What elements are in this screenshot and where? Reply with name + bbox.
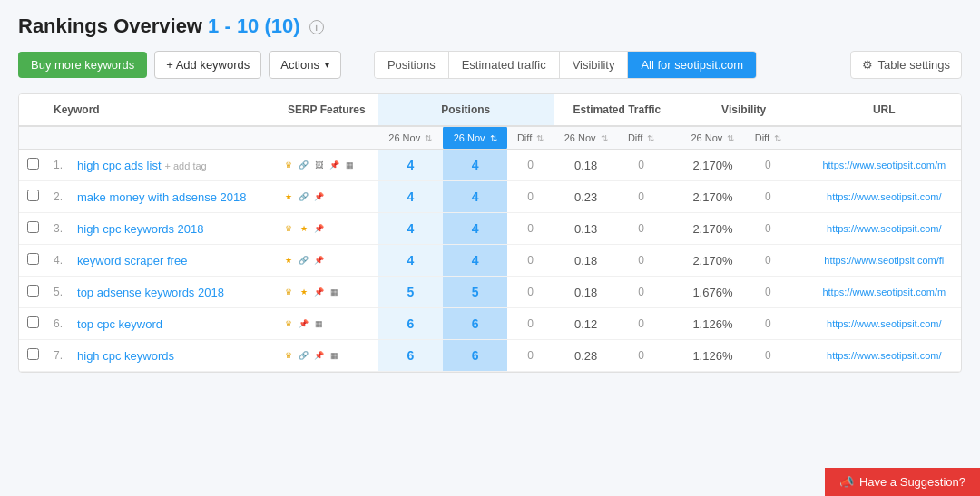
row-checkbox-cell <box>19 245 46 277</box>
link-icon: 🔗 <box>298 159 310 171</box>
traffic-date1-cell: 0.28 <box>554 340 618 372</box>
visibility-diff-cell: 0 <box>745 181 791 213</box>
visibility-date1-cell: 1.676% <box>681 277 745 308</box>
add-tag-button[interactable]: + add tag <box>165 160 207 171</box>
pos-diff-cell: 0 <box>507 308 554 340</box>
pos-date2-cell: 4 <box>443 245 507 277</box>
keyword-col-header: Keyword <box>46 94 275 126</box>
buy-more-keywords-button[interactable]: Buy more keywords <box>18 52 147 78</box>
star-icon: ★ <box>298 286 310 298</box>
box-icon: ▦ <box>344 159 357 171</box>
serp-features-cell: ♛★📌 <box>275 213 378 245</box>
table-settings-button[interactable]: ⚙ Table settings <box>850 51 963 79</box>
serp-features-cell: ♛📌▦ <box>275 308 378 340</box>
row-checkbox-cell <box>19 308 46 340</box>
traffic-date1-cell: 0.18 <box>554 245 618 277</box>
pin-icon: 📌 <box>328 159 341 171</box>
row-checkbox[interactable] <box>27 316 39 328</box>
visibility-col-header: Visibility <box>681 94 808 126</box>
box-icon: ▦ <box>313 317 326 330</box>
pos-date2-cell: 6 <box>443 308 507 340</box>
keyword-link[interactable]: high cpc ads list <box>77 159 162 172</box>
actions-button[interactable]: Actions ▾ <box>269 51 341 79</box>
keyword-link[interactable]: high cpc keywords <box>77 349 174 363</box>
sort-icon: ⇅ <box>727 133 734 143</box>
toolbar: Buy more keywords + Add keywords Actions… <box>18 51 962 79</box>
visibility-date1-cell: 2.170% <box>681 150 745 181</box>
url-cell: https://www.seotipsit.com/ <box>808 308 961 340</box>
row-checkbox[interactable] <box>27 285 39 297</box>
keyword-cell: top cpc keyword <box>70 308 275 340</box>
tab-positions[interactable]: Positions <box>375 52 449 78</box>
img-icon: 🖼 <box>313 159 326 171</box>
crown-icon: ♛ <box>282 349 295 362</box>
visibility-diff-subheader[interactable]: Diff ⇅ <box>745 126 791 150</box>
table-row: 2. make money with adsense 2018★🔗📌4400.2… <box>19 181 961 213</box>
pos-date1-cell: 4 <box>378 245 443 277</box>
keyword-cell: keyword scraper free <box>70 245 275 277</box>
keyword-link[interactable]: top cpc keyword <box>77 317 162 331</box>
serp-features-cell: ★🔗📌 <box>275 181 378 213</box>
star-icon: ★ <box>282 254 295 267</box>
url-cell: https://www.seotipsit.com/m <box>808 277 961 308</box>
traffic-date1-cell: 0.23 <box>554 181 618 213</box>
row-checkbox-cell <box>19 150 46 181</box>
traffic-diff-subheader[interactable]: Diff ⇅ <box>618 126 664 150</box>
serp-features-col-header: SERP Features <box>275 94 378 126</box>
sort-icon: ⇅ <box>774 133 781 143</box>
pos-date2-cell: 4 <box>443 213 507 245</box>
positions-col-header: Positions <box>378 94 554 126</box>
keyword-cell: make money with adsense 2018 <box>70 181 275 213</box>
pos-diff-cell: 0 <box>507 213 554 245</box>
table-body: 1. high cpc ads list+ add tag♛🔗🖼📌▦4400.1… <box>19 150 961 372</box>
keyword-link[interactable]: make money with adsense 2018 <box>77 190 246 204</box>
suggestion-bar[interactable]: 📣 Have a Suggestion? <box>825 468 980 496</box>
pos-diff-cell: 0 <box>507 150 554 181</box>
keyword-link[interactable]: high cpc keywords 2018 <box>77 222 203 236</box>
keyword-cell: high cpc ads list+ add tag <box>70 150 275 181</box>
keyword-link[interactable]: top adsense keywords 2018 <box>77 286 224 299</box>
pin-icon: 📌 <box>313 286 326 298</box>
traffic-diff-cell: 0 <box>618 277 664 308</box>
visibility-date1-cell: 2.170% <box>681 181 745 213</box>
gear-icon: ⚙ <box>862 58 873 72</box>
info-icon[interactable]: i <box>309 20 324 34</box>
crown-icon: ♛ <box>282 286 295 298</box>
table-row: 6. top cpc keyword♛📌▦6600.1201.126%0http… <box>19 308 961 340</box>
row-checkbox[interactable] <box>27 158 39 170</box>
keyword-cell: high cpc keywords 2018 <box>70 213 275 245</box>
tab-visibility[interactable]: Visibility <box>560 52 629 78</box>
serp-features-cell: ♛🔗📌▦ <box>275 340 378 372</box>
row-checkbox[interactable] <box>27 221 39 233</box>
row-checkbox[interactable] <box>27 190 39 201</box>
traffic-diff-cell: 0 <box>618 340 664 372</box>
traffic-date1-subheader[interactable]: 26 Nov ⇅ <box>554 126 618 150</box>
traffic-diff-cell: 0 <box>618 245 664 277</box>
visibility-date1-subheader[interactable]: 26 Nov ⇅ <box>681 126 745 150</box>
row-checkbox[interactable] <box>27 253 39 265</box>
select-all-header <box>19 94 46 126</box>
serp-features-cell: ★🔗📌 <box>275 245 378 277</box>
keyword-link[interactable]: keyword scraper free <box>77 254 187 267</box>
serp-features-cell: ♛★📌▦ <box>275 277 378 308</box>
pos-date1-cell: 4 <box>378 181 443 213</box>
row-checkbox[interactable] <box>27 348 39 360</box>
pin-icon: 📌 <box>313 222 326 235</box>
pin-icon: 📌 <box>313 254 326 267</box>
tab-estimated-traffic[interactable]: Estimated traffic <box>449 52 560 78</box>
sort-icon: ⇅ <box>647 133 654 143</box>
tab-all-for[interactable]: All for seotipsit.com <box>628 52 756 78</box>
url-cell: https://www.seotipsit.com/fi <box>808 245 961 277</box>
estimated-traffic-col-header: Estimated Traffic <box>554 94 681 126</box>
sort-icon: ⇅ <box>490 133 497 143</box>
pos-date2-cell: 4 <box>443 150 507 181</box>
pos-diff-subheader[interactable]: Diff ⇅ <box>507 126 554 150</box>
chevron-down-icon: ▾ <box>325 60 329 70</box>
visibility-date1-cell: 2.170% <box>681 213 745 245</box>
url-cell: https://www.seotipsit.com/m <box>808 150 961 181</box>
pos-date2-subheader[interactable]: 26 Nov ⇅ <box>443 126 507 150</box>
add-keywords-button[interactable]: + Add keywords <box>154 51 261 79</box>
pos-date1-subheader[interactable]: 26 Nov ⇅ <box>378 126 443 150</box>
link-icon: 🔗 <box>298 254 310 267</box>
keyword-cell: high cpc keywords <box>70 340 275 372</box>
